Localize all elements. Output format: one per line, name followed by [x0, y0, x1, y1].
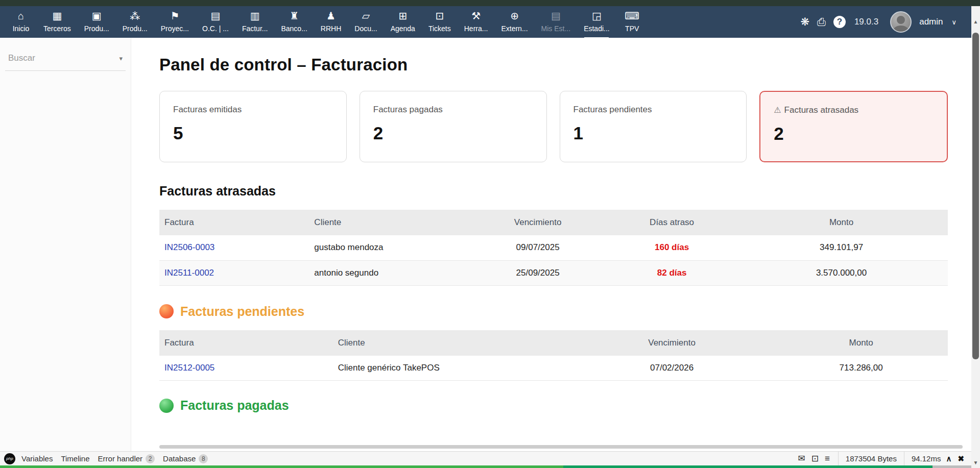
card-label: Facturas pendientes: [573, 105, 733, 115]
nav-label: Tickets: [428, 23, 451, 34]
col-header-cliente: Cliente: [333, 330, 569, 356]
nav-label: Mis Est...: [541, 23, 571, 34]
search-label: Buscar: [8, 53, 35, 63]
nav-item-agenda[interactable]: ⊞ Agenda: [384, 10, 422, 38]
nav-item-mis-estadisticas[interactable]: ▤ Mis Est...: [535, 10, 578, 38]
help-icon[interactable]: ?: [833, 16, 846, 28]
nav-item-bancos[interactable]: ♜ Banco...: [274, 10, 314, 38]
print-icon[interactable]: ⎙: [817, 16, 826, 28]
nav-label: Produ...: [123, 23, 148, 34]
database-icon[interactable]: ≡: [825, 454, 830, 464]
nav-item-terceros[interactable]: ▦ Terceros: [37, 10, 78, 38]
section-title-pendientes: Facturas pendientes: [159, 304, 971, 319]
card-facturas-emitidas: Facturas emitidas 5: [159, 91, 347, 162]
cell-monto: 713.286,00: [774, 356, 948, 381]
section-title-atrasadas: Facturas atrasadas: [159, 184, 971, 199]
cell-cliente: gustabo mendoza: [309, 235, 467, 260]
search-chevron-down-icon[interactable]: ▾: [119, 55, 123, 62]
error-count-badge: 2: [146, 454, 155, 463]
mrp-icon: ⁂: [130, 10, 140, 22]
debugbar-tab-timeline[interactable]: Timeline: [61, 454, 89, 463]
username-label[interactable]: admin: [919, 17, 943, 27]
invoice-link[interactable]: IN2511-0002: [164, 268, 214, 278]
debugbar-tab-variables[interactable]: Variables: [21, 454, 53, 463]
cell-monto: 349.101,97: [735, 235, 948, 260]
section-title-text: Facturas pendientes: [180, 304, 304, 319]
cell-vencimiento: 09/07/2025: [467, 235, 609, 260]
user-avatar[interactable]: [890, 11, 912, 33]
invoice-link[interactable]: IN2512-0005: [164, 363, 214, 373]
scroll-up-arrow-icon[interactable]: ▲: [971, 17, 980, 26]
cell-cliente: Cliente genérico TakePOS: [333, 356, 569, 381]
kpi-cards: Facturas emitidas 5 Facturas pagadas 2 F…: [159, 91, 948, 162]
nav-item-productos[interactable]: ▣ Produ...: [78, 10, 116, 38]
col-header-monto: Monto: [774, 330, 948, 356]
monitor-icon[interactable]: ⊡: [811, 453, 819, 464]
nav-item-tpv[interactable]: ⌨ TPV: [616, 10, 648, 38]
invoice-link[interactable]: IN2506-0003: [164, 242, 214, 252]
debugbar-tab-error-handler[interactable]: Error handler 2: [98, 454, 155, 463]
scroll-down-arrow-icon[interactable]: ▼: [971, 458, 980, 467]
card-facturas-atrasadas: ⚠Facturas atrasadas 2: [759, 91, 948, 162]
col-header-monto: Monto: [735, 210, 948, 235]
orange-circle-icon: [159, 304, 174, 318]
nav-item-produccion[interactable]: ⁂ Produ...: [116, 10, 154, 38]
php-debug-bar: php Variables Timeline Error handler 2 D…: [0, 451, 971, 465]
nav-item-rrhh[interactable]: ♟ RRHH: [314, 10, 348, 38]
divider: [838, 452, 839, 465]
col-header-cliente: Cliente: [309, 210, 467, 235]
card-value: 1: [573, 123, 733, 143]
vertical-scrollbar[interactable]: ▲ ▼: [971, 6, 980, 468]
bank-icon: ♜: [290, 10, 299, 22]
nav-item-proyectos[interactable]: ⚑ Proyec...: [154, 10, 196, 38]
page-title: Panel de control – Facturacion: [159, 55, 971, 75]
cell-monto: 3.570.000,00: [735, 260, 948, 285]
horizontal-scrollbar-thumb[interactable]: [159, 445, 963, 449]
user-menu-chevron-down-icon[interactable]: ∨: [951, 18, 957, 26]
debugbar-right: ✉ ⊡ ≡ 1873504 Bytes 94.12ms ∧ ✖: [795, 452, 967, 465]
nav-label: Terceros: [43, 23, 71, 34]
nav-item-tickets[interactable]: ⊡ Tickets: [422, 10, 458, 38]
nav-item-oc[interactable]: ▤ O.C. | ...: [196, 10, 235, 38]
table-row: IN2506-0003 gustabo mendoza 09/07/2025 1…: [159, 235, 948, 260]
cell-cliente: antonio segundo: [309, 260, 467, 285]
card-value: 2: [373, 123, 533, 143]
card-value: 5: [173, 123, 333, 143]
nav-item-facturacion[interactable]: ▥ Factur...: [235, 10, 275, 38]
card-value: 2: [774, 124, 934, 144]
sidebar-search[interactable]: Buscar ▾: [5, 53, 126, 71]
documents-icon: ▱: [362, 10, 370, 22]
cell-vencimiento: 25/09/2025: [467, 260, 609, 285]
main-content: Panel de control – Facturacion Facturas …: [132, 38, 971, 451]
hr-icon: ♟: [326, 10, 336, 22]
nav-label: Produ...: [84, 23, 109, 34]
table-facturas-pendientes: Factura Cliente Vencimiento Monto IN2512…: [159, 330, 948, 381]
nav-item-inicio[interactable]: ⌂ Inicio: [5, 10, 37, 38]
nav-label: O.C. | ...: [202, 23, 229, 34]
request-time-label: 94.12ms: [910, 454, 943, 463]
top-right-tools: ❋ ⎙ ? 19.0.3 admin ∨: [800, 6, 957, 38]
card-label: Facturas pagadas: [373, 105, 533, 115]
pos-icon: ⌨: [625, 10, 639, 22]
warning-triangle-icon: ⚠: [774, 106, 781, 114]
billing-icon: ▥: [250, 10, 260, 22]
section-title-text: Facturas pagadas: [180, 398, 289, 413]
debugbar-tab-database[interactable]: Database 8: [163, 454, 208, 463]
mail-icon[interactable]: ✉: [798, 453, 805, 464]
calendar-icon: ⊞: [398, 10, 407, 22]
cell-vencimiento: 07/02/2026: [569, 356, 774, 381]
orders-icon: ▤: [210, 10, 220, 22]
col-header-factura: Factura: [159, 210, 309, 235]
vertical-scrollbar-thumb[interactable]: [972, 33, 979, 359]
nav-item-estadisticas[interactable]: ◲ Estadi...: [577, 10, 616, 38]
card-facturas-pagadas: Facturas pagadas 2: [360, 91, 547, 162]
table-row: IN2512-0005 Cliente genérico TakePOS 07/…: [159, 356, 948, 381]
nav-item-externos[interactable]: ⊕ Extern...: [494, 10, 534, 38]
nav-item-herramientas[interactable]: ⚒ Herra...: [458, 10, 495, 38]
nav-item-documentos[interactable]: ▱ Docu...: [348, 10, 384, 38]
tools-icon: ⚒: [471, 10, 481, 22]
projects-icon: ⚑: [170, 10, 179, 22]
close-debugbar-icon[interactable]: ✖: [958, 454, 964, 463]
collapse-debugbar-icon[interactable]: ∧: [946, 454, 951, 463]
bug-icon[interactable]: ❋: [800, 16, 809, 28]
